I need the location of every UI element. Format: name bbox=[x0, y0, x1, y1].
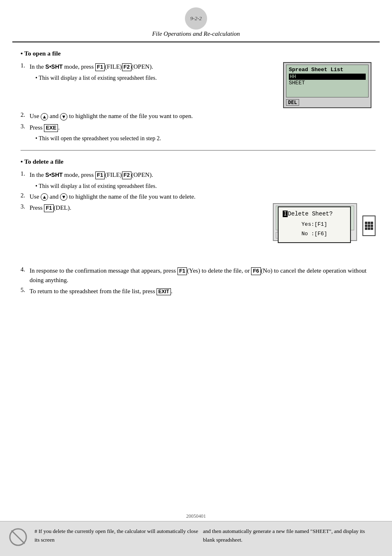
step-3-num: 3. bbox=[21, 123, 30, 132]
svg-rect-6 bbox=[365, 227, 367, 230]
svg-line-10 bbox=[12, 531, 25, 544]
del-step-5-content: To return to the spreadsheet from the fi… bbox=[30, 287, 376, 296]
del-step-1-num: 1. bbox=[21, 170, 30, 180]
svg-rect-5 bbox=[371, 225, 373, 227]
del-arrow-up-icon: ▲ bbox=[41, 193, 48, 201]
del-key-f1: F1 bbox=[95, 171, 105, 179]
display-outer: Spread Sheet List HH SHEET DEL bbox=[283, 62, 371, 108]
del-step-3: 3. Press F1(DEL). bbox=[21, 203, 265, 213]
step-2-open: 2. Use ▲ and ▼ to highlight the name of … bbox=[21, 111, 376, 121]
step4-key-f6: F6 bbox=[251, 267, 261, 275]
step-3-open: 3. Press EXE. bbox=[21, 123, 376, 132]
delete-dialog: IDelete Sheet? Yes:[F1] No :[F6] bbox=[278, 206, 351, 243]
yes-option: Yes:[F1] bbox=[283, 220, 346, 229]
display-title: Spread Sheet List bbox=[289, 67, 366, 73]
grid-icon bbox=[364, 221, 374, 230]
section-open-file: • To open a file Spread Sheet List HH SH… bbox=[21, 42, 376, 147]
del-step-4-num: 4. bbox=[21, 266, 30, 285]
step-1-num: 1. bbox=[21, 62, 30, 72]
grid-icon-area bbox=[362, 215, 376, 236]
open-file-display: Spread Sheet List HH SHEET DEL bbox=[283, 62, 371, 108]
step-1-open: Spread Sheet List HH SHEET DEL 1. bbox=[21, 62, 376, 108]
key-f1: F1 bbox=[95, 63, 105, 71]
step-3-content: Press EXE. bbox=[30, 123, 376, 132]
del-key-display: DEL bbox=[286, 99, 299, 106]
del-step-5-num: 5. bbox=[21, 287, 30, 296]
arrow-up-icon: ▲ bbox=[41, 113, 48, 120]
section-delete-file: • To delete a file 1. In the S•SHT mode,… bbox=[21, 151, 376, 302]
del-step-key-f1: F1 bbox=[44, 204, 53, 212]
step-3-sub-note: This will open the spreadsheet you selec… bbox=[35, 134, 376, 143]
display-line-2: SHEET bbox=[289, 80, 366, 86]
step-2-content: Use ▲ and ▼ to highlight the name of the… bbox=[30, 111, 376, 121]
display-footer-row: DEL bbox=[286, 99, 369, 106]
step4-key-f1: F1 bbox=[178, 267, 187, 275]
footer-note-right: and then automatically generate a new fi… bbox=[203, 527, 384, 544]
del-step-2-content: Use ▲ and ▼ to highlight the name of the… bbox=[30, 192, 376, 202]
del-key-f2: F2 bbox=[122, 171, 131, 179]
page-container: 9-2-2 File Operations and Re-calculation… bbox=[0, 0, 392, 556]
del-step-1-content: In the S•SHT mode, press F1(FILE)F2(OPEN… bbox=[30, 170, 376, 180]
delete-display-area: Spread Sheet List § DEL IDelete Sheet? bbox=[273, 203, 376, 263]
del-step-1: 1. In the S•SHT mode, press F1(FILE)F2(O… bbox=[21, 170, 376, 180]
grid-icon-box bbox=[362, 215, 376, 236]
section-open-title: • To open a file bbox=[21, 50, 376, 57]
svg-rect-8 bbox=[371, 227, 373, 230]
no-option: No :[F6] bbox=[283, 229, 346, 239]
key-exe: EXE bbox=[44, 124, 58, 132]
footer-area: 20050401 # If you delete the currently o… bbox=[0, 513, 392, 556]
svg-rect-7 bbox=[368, 227, 370, 230]
exit-key: EXIT bbox=[157, 288, 171, 296]
arrow-down-icon: ▼ bbox=[60, 113, 67, 120]
del-step-4-content: In response to the confirmation message … bbox=[30, 266, 376, 285]
section-title: File Operations and Re-calculation bbox=[152, 30, 240, 37]
del-step-2: 2. Use ▲ and ▼ to highlight the name of … bbox=[21, 192, 376, 202]
footer-note-left: # If you delete the currently open file,… bbox=[35, 527, 203, 544]
del-step-3-num: 3. bbox=[21, 203, 30, 213]
del-step-4: 4. In response to the confirmation messa… bbox=[21, 266, 376, 285]
del-step-3-content: Press F1(DEL). bbox=[30, 203, 265, 213]
svg-rect-1 bbox=[368, 222, 370, 224]
numbered-step-1: 1. In the S•SHT mode, press F1(FILE)F2(O… bbox=[21, 62, 275, 72]
mode-name-sht: S•SHT bbox=[45, 63, 62, 70]
svg-rect-4 bbox=[368, 225, 370, 227]
section-delete-title: • To delete a file bbox=[21, 158, 376, 165]
svg-rect-2 bbox=[371, 222, 373, 224]
key-f2: F2 bbox=[122, 63, 131, 71]
page-number: 20050401 bbox=[0, 513, 392, 519]
step-2-num: 2. bbox=[21, 111, 30, 121]
svg-rect-0 bbox=[365, 222, 367, 224]
header-circle-decoration: 9-2-2 bbox=[185, 7, 207, 30]
del-step-1-sub: This will display a list of existing spr… bbox=[35, 182, 376, 190]
page-header: 9-2-2 File Operations and Re-calculation bbox=[0, 0, 392, 42]
del-mode-name: S•SHT bbox=[45, 171, 62, 178]
delete-dialog-title: IDelete Sheet? bbox=[283, 211, 346, 217]
section-number: 9-2-2 bbox=[190, 15, 202, 22]
del-step-2-num: 2. bbox=[21, 192, 30, 202]
delete-dialog-options: Yes:[F1] No :[F6] bbox=[283, 220, 346, 239]
footer-note-row: # If you delete the currently open file,… bbox=[0, 521, 392, 556]
display-highlighted-line: HH bbox=[289, 74, 366, 80]
no-entry-icon bbox=[8, 527, 28, 547]
del-step-3-area: Spread Sheet List § DEL IDelete Sheet? bbox=[21, 203, 376, 263]
no-entry-symbol-area bbox=[8, 527, 28, 549]
del-arrow-down-icon: ▼ bbox=[60, 193, 67, 201]
step-1-content: In the S•SHT mode, press F1(FILE)F2(OPEN… bbox=[30, 62, 275, 72]
display-screen: Spread Sheet List HH SHEET bbox=[286, 65, 369, 97]
svg-rect-3 bbox=[365, 225, 367, 227]
main-content: • To open a file Spread Sheet List HH SH… bbox=[0, 42, 392, 302]
del-step-5: 5. To return to the spreadsheet from the… bbox=[21, 287, 376, 296]
